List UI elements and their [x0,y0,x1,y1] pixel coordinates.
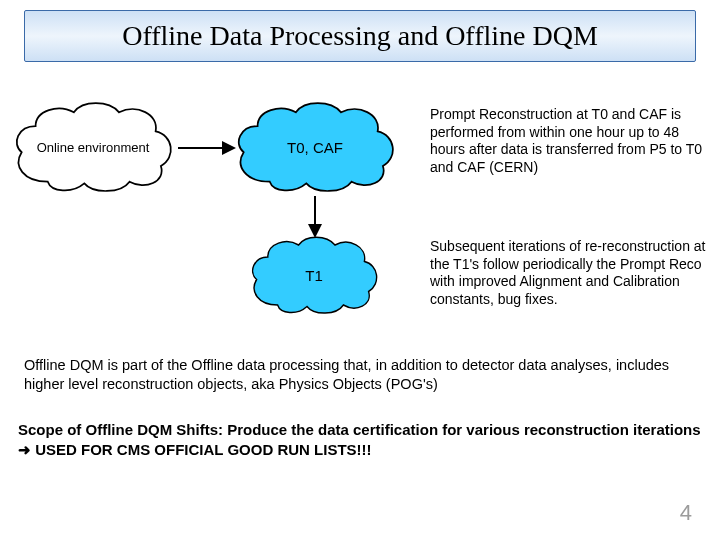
slide-number: 4 [680,500,692,526]
description-t1: Subsequent iterations of re-reconstructi… [430,238,708,308]
scope-part2: USED FOR CMS OFFICIAL GOOD RUN LISTS!!! [31,441,372,458]
scope-part1: Scope of Offline DQM Shifts: Produce the… [18,421,701,438]
cloud-t1: T1 [244,230,384,320]
description-t0caf: Prompt Reconstruction at T0 and CAF is p… [430,106,708,176]
cloud-t0caf-label: T0, CAF [228,95,402,199]
paragraph-scope: Scope of Offline DQM Shifts: Produce the… [18,420,702,461]
paragraph-offline-dqm: Offline DQM is part of the Offline data … [24,356,696,394]
arrow-right-inline-icon: ➜ [18,440,31,460]
title-banner: Offline Data Processing and Offline DQM [24,10,696,62]
cloud-online-label: Online environment [6,95,180,199]
cloud-t1-label: T1 [244,230,384,320]
page-title: Offline Data Processing and Offline DQM [122,20,598,52]
cloud-online-environment: Online environment [6,95,180,199]
cloud-t0-caf: T0, CAF [228,95,402,199]
